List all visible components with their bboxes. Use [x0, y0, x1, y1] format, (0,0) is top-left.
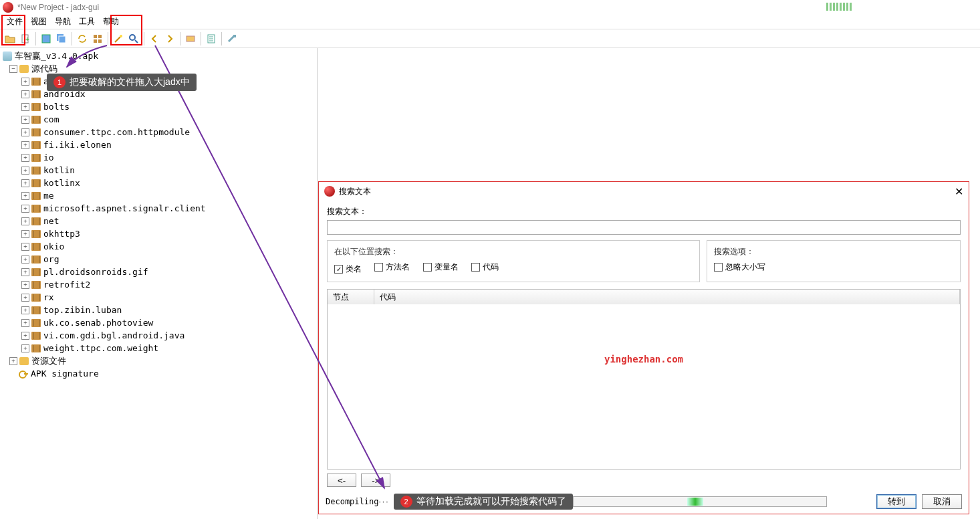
tree-package[interactable]: +kotlin — [3, 164, 317, 177]
go-button[interactable]: 转到 — [876, 494, 916, 509]
package-icon — [31, 154, 41, 162]
where-label: 在以下位置搜索： — [334, 246, 693, 257]
col-node[interactable]: 节点 — [328, 290, 374, 304]
svg-point-9 — [120, 35, 122, 37]
menu-view[interactable]: 视图 — [27, 15, 51, 29]
sync-button[interactable] — [75, 31, 90, 46]
expand-icon[interactable]: + — [21, 128, 29, 136]
tree-package[interactable]: +retrofit2 — [3, 278, 317, 291]
annotation-2: 2 等待加载完成就可以开始搜索代码了 — [394, 494, 573, 510]
expand-icon[interactable]: + — [21, 319, 29, 327]
forward-button[interactable] — [162, 31, 177, 46]
results-header: 节点 代码 — [328, 290, 960, 304]
expand-icon[interactable]: + — [21, 217, 29, 225]
menu-nav[interactable]: 导航 — [51, 15, 75, 29]
tree-package[interactable]: +okhttp3 — [3, 227, 317, 240]
search-button[interactable] — [126, 31, 141, 46]
menu-help[interactable]: 帮助 — [99, 15, 123, 29]
open-folder-button[interactable] — [3, 31, 17, 46]
tree-root[interactable]: 车智赢_v3.4.0.apk — [3, 49, 317, 62]
package-label: top.zibin.luban — [43, 304, 122, 316]
progress-bar — [573, 496, 827, 507]
save-all-button[interactable] — [54, 31, 69, 46]
package-label: vi.com.gdi.bgl.android.java — [43, 329, 185, 342]
tree-package[interactable]: +vi.com.gdi.bgl.android.java — [3, 329, 317, 342]
results-table[interactable]: 节点 代码 yinghezhan.com — [327, 289, 961, 470]
wand-button[interactable] — [111, 31, 126, 46]
expand-icon[interactable]: + — [21, 281, 29, 289]
flatten-button[interactable] — [90, 31, 105, 46]
tree-package[interactable]: +io — [3, 151, 317, 164]
tree-package[interactable]: +weight.ttpc.com.weight — [3, 342, 317, 354]
results-body: yinghezhan.com — [328, 304, 960, 469]
close-icon[interactable]: ✕ — [955, 185, 963, 198]
expand-icon[interactable]: + — [21, 306, 29, 314]
prev-button[interactable]: <- — [327, 474, 356, 487]
expand-icon[interactable]: + — [21, 268, 29, 276]
tree-package[interactable]: +fi.iki.elonen — [3, 138, 317, 151]
package-label: me — [43, 189, 54, 202]
chk-method[interactable]: 方法名 — [374, 262, 410, 273]
col-code[interactable]: 代码 — [374, 290, 960, 304]
back-button[interactable] — [147, 31, 162, 46]
expand-icon[interactable]: + — [21, 294, 29, 302]
expand-icon[interactable]: + — [21, 141, 29, 149]
window-title: *New Project - jadx-gui — [17, 3, 99, 12]
chk-var[interactable]: 变量名 — [423, 262, 459, 273]
expand-icon[interactable]: + — [21, 243, 29, 251]
menu-file[interactable]: 文件 — [3, 15, 27, 29]
project-tree[interactable]: 车智赢_v3.4.0.apk − 源代码 +android+androidx+b… — [0, 48, 318, 519]
package-label: retrofit2 — [43, 278, 90, 291]
expand-icon[interactable]: + — [21, 167, 29, 175]
folder-icon — [19, 65, 29, 73]
deobfuscate-button[interactable] — [183, 31, 198, 46]
chk-case[interactable]: 忽略大小写 — [714, 262, 765, 273]
expand-icon[interactable]: + — [21, 78, 29, 86]
search-input[interactable] — [327, 220, 961, 235]
chk-class[interactable]: ✓类名 — [334, 264, 362, 275]
expand-icon[interactable]: + — [21, 192, 29, 200]
tree-package[interactable]: +org — [3, 253, 317, 266]
tree-package[interactable]: +me — [3, 189, 317, 202]
toolbar: + — [0, 29, 980, 48]
expand-icon[interactable]: + — [21, 179, 29, 187]
expand-icon[interactable]: + — [21, 344, 29, 352]
collapse-icon[interactable]: − — [9, 65, 17, 73]
svg-rect-5 — [94, 35, 97, 38]
tree-sig[interactable]: APK signature — [3, 367, 317, 380]
expand-icon[interactable]: + — [21, 205, 29, 213]
tree-package[interactable]: +microsoft.aspnet.signalr.client — [3, 202, 317, 215]
expand-icon[interactable]: + — [9, 357, 17, 365]
expand-icon[interactable]: + — [21, 230, 29, 238]
package-icon — [31, 281, 41, 289]
expand-icon[interactable]: + — [21, 90, 29, 98]
tree-package[interactable]: +pl.droidsonroids.gif — [3, 266, 317, 278]
chk-code[interactable]: 代码 — [471, 262, 499, 273]
expand-icon[interactable]: + — [21, 255, 29, 264]
tree-package[interactable]: +okio — [3, 240, 317, 253]
package-icon — [31, 103, 41, 111]
next-button[interactable]: -> — [361, 474, 390, 487]
tree-package[interactable]: +bolts — [3, 100, 317, 113]
tree-package[interactable]: +uk.co.senab.photoview — [3, 316, 317, 329]
tree-res[interactable]: + 资源文件 — [3, 354, 317, 367]
tree-package[interactable]: +net — [3, 215, 317, 227]
expand-icon[interactable]: + — [21, 332, 29, 340]
tree-package[interactable]: +kotlinx — [3, 177, 317, 189]
cancel-button[interactable]: 取消 — [922, 494, 962, 509]
tree-package[interactable]: +com — [3, 113, 317, 126]
tree-package[interactable]: +top.zibin.luban — [3, 304, 317, 316]
expand-icon[interactable]: + — [21, 154, 29, 162]
add-file-button[interactable]: + — [18, 31, 33, 46]
expand-icon[interactable]: + — [21, 103, 29, 111]
tree-package[interactable]: +rx — [3, 291, 317, 304]
expand-icon[interactable]: + — [21, 116, 29, 124]
search-dialog: 搜索文本 ✕ 搜索文本： 在以下位置搜索： ✓类名 方法名 变量名 代码 搜索选… — [318, 181, 969, 514]
package-icon — [31, 205, 41, 213]
dialog-titlebar: 搜索文本 ✕ — [319, 182, 969, 201]
log-button[interactable] — [204, 31, 219, 46]
menu-tools[interactable]: 工具 — [75, 15, 99, 29]
preferences-button[interactable] — [225, 31, 239, 46]
save-button[interactable] — [39, 31, 53, 46]
tree-package[interactable]: +consumer.ttpc.com.httpmodule — [3, 126, 317, 138]
